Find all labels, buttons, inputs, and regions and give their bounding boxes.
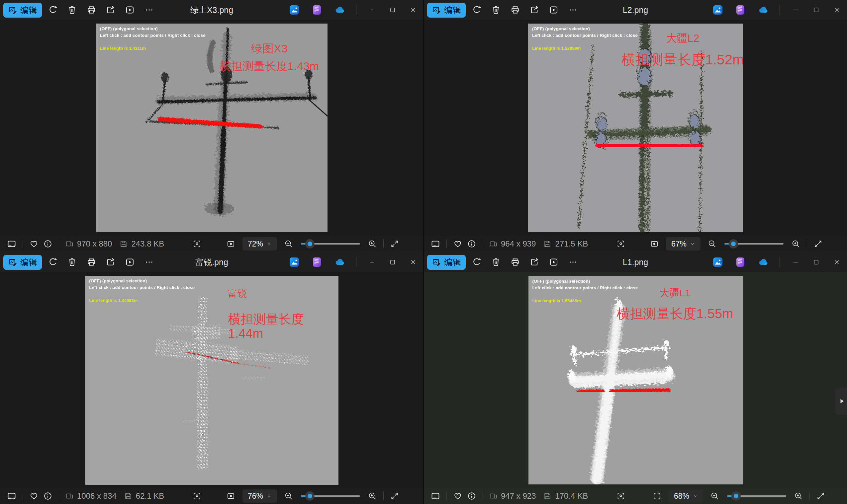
titlebar[interactable]: 编辑 富锐.png xyxy=(0,252,424,272)
next-image-flyout-button[interactable] xyxy=(835,388,847,415)
info-button[interactable] xyxy=(41,489,55,503)
rotate-button[interactable] xyxy=(45,254,61,270)
zoom-slider-thumb[interactable] xyxy=(305,239,314,249)
more-button[interactable] xyxy=(141,2,157,18)
maximize-button[interactable] xyxy=(382,252,403,272)
zoom-out-button[interactable] xyxy=(705,237,719,251)
filmstrip-button[interactable] xyxy=(5,489,19,503)
minimize-button[interactable] xyxy=(785,0,806,20)
close-button[interactable] xyxy=(403,252,424,272)
share-button[interactable] xyxy=(526,2,543,18)
zoom-level-dropdown[interactable]: 67% xyxy=(666,237,701,251)
onedrive-icon[interactable] xyxy=(757,256,768,268)
rotate-button[interactable] xyxy=(468,2,485,18)
more-button[interactable] xyxy=(565,2,581,18)
titlebar[interactable]: 编辑 绿土X3.png xyxy=(0,0,424,20)
onedrive-icon[interactable] xyxy=(757,4,768,16)
fullscreen-button[interactable] xyxy=(387,489,402,503)
info-button[interactable] xyxy=(41,237,55,251)
rotate-button[interactable] xyxy=(45,2,61,18)
slideshow-button[interactable] xyxy=(546,254,562,270)
clipchamp-icon[interactable] xyxy=(735,4,746,16)
fullscreen-button[interactable] xyxy=(814,489,828,503)
zoom-level-dropdown[interactable]: 72% xyxy=(242,237,277,251)
more-button[interactable] xyxy=(141,254,157,270)
filmstrip-button[interactable] xyxy=(429,489,443,503)
zoom-slider[interactable] xyxy=(301,239,360,249)
print-button[interactable] xyxy=(83,2,100,18)
minimize-button[interactable] xyxy=(362,0,382,20)
onedrive-icon[interactable] xyxy=(334,4,345,16)
info-button[interactable] xyxy=(465,489,479,503)
share-button[interactable] xyxy=(102,254,119,270)
filmstrip-button[interactable] xyxy=(429,237,443,251)
fit-screen-button[interactable] xyxy=(650,489,664,503)
clipchamp-icon[interactable] xyxy=(311,4,323,16)
favorite-button[interactable] xyxy=(27,237,41,251)
clipchamp-icon[interactable] xyxy=(311,256,323,268)
point-cloud-photo[interactable]: (OFF) (polygonal selection) Left click :… xyxy=(96,23,328,232)
edit-button[interactable]: 编辑 xyxy=(3,3,42,18)
titlebar[interactable]: 编辑 L1.png xyxy=(424,252,847,272)
zoom-in-button[interactable] xyxy=(792,489,806,503)
info-button[interactable] xyxy=(465,237,479,251)
zoom-level-dropdown[interactable]: 68% xyxy=(669,489,703,503)
photos-app-icon[interactable] xyxy=(289,256,300,268)
fullscreen-button[interactable] xyxy=(811,237,825,251)
slideshow-button[interactable] xyxy=(122,254,138,270)
point-cloud-photo[interactable]: (OFF) (polygonal selection) Left click :… xyxy=(85,276,339,485)
delete-button[interactable] xyxy=(488,2,504,18)
slideshow-button[interactable] xyxy=(122,2,138,18)
clipchamp-icon[interactable] xyxy=(735,256,746,268)
fit-screen-button[interactable] xyxy=(647,237,661,251)
filmstrip-button[interactable] xyxy=(5,237,19,251)
minimize-button[interactable] xyxy=(785,252,806,272)
fit-screen-button[interactable] xyxy=(224,489,238,503)
photos-app-icon[interactable] xyxy=(712,4,723,16)
visual-search-button[interactable] xyxy=(614,237,628,251)
edit-button[interactable]: 编辑 xyxy=(427,3,466,18)
zoom-slider[interactable] xyxy=(301,491,360,501)
point-cloud-photo[interactable]: (OFF) (polygonal selection) Left click :… xyxy=(529,276,743,484)
delete-button[interactable] xyxy=(64,254,80,270)
delete-button[interactable] xyxy=(488,254,504,270)
print-button[interactable] xyxy=(507,254,523,270)
point-cloud-photo[interactable]: (OFF) (polygonal selection) Left click :… xyxy=(528,23,743,232)
edit-button[interactable]: 编辑 xyxy=(427,255,466,270)
rotate-button[interactable] xyxy=(468,254,485,270)
photos-app-icon[interactable] xyxy=(712,256,723,268)
visual-search-button[interactable] xyxy=(614,489,628,503)
print-button[interactable] xyxy=(507,2,523,18)
close-button[interactable] xyxy=(826,252,847,272)
close-button[interactable] xyxy=(403,0,424,20)
maximize-button[interactable] xyxy=(806,0,826,20)
slideshow-button[interactable] xyxy=(546,2,562,18)
zoom-out-button[interactable] xyxy=(282,237,296,251)
delete-button[interactable] xyxy=(64,2,80,18)
zoom-in-button[interactable] xyxy=(365,489,379,503)
titlebar[interactable]: 编辑 L2.png xyxy=(424,0,847,20)
close-button[interactable] xyxy=(826,0,847,20)
zoom-slider-thumb[interactable] xyxy=(305,491,314,501)
favorite-button[interactable] xyxy=(451,489,465,503)
zoom-in-button[interactable] xyxy=(789,237,803,251)
zoom-out-button[interactable] xyxy=(708,489,722,503)
maximize-button[interactable] xyxy=(806,252,826,272)
favorite-button[interactable] xyxy=(27,489,41,503)
fit-screen-button[interactable] xyxy=(224,237,238,251)
more-button[interactable] xyxy=(565,254,581,270)
favorite-button[interactable] xyxy=(451,237,465,251)
minimize-button[interactable] xyxy=(362,252,382,272)
zoom-slider-thumb[interactable] xyxy=(731,491,741,501)
zoom-slider[interactable] xyxy=(727,491,786,501)
edit-button[interactable]: 编辑 xyxy=(3,255,42,270)
zoom-out-button[interactable] xyxy=(282,489,296,503)
zoom-level-dropdown[interactable]: 76% xyxy=(242,489,277,503)
visual-search-button[interactable] xyxy=(190,489,204,503)
zoom-in-button[interactable] xyxy=(365,237,379,251)
onedrive-icon[interactable] xyxy=(334,256,345,268)
visual-search-button[interactable] xyxy=(190,237,204,251)
zoom-slider[interactable] xyxy=(724,239,783,249)
share-button[interactable] xyxy=(526,254,543,270)
maximize-button[interactable] xyxy=(382,0,403,20)
